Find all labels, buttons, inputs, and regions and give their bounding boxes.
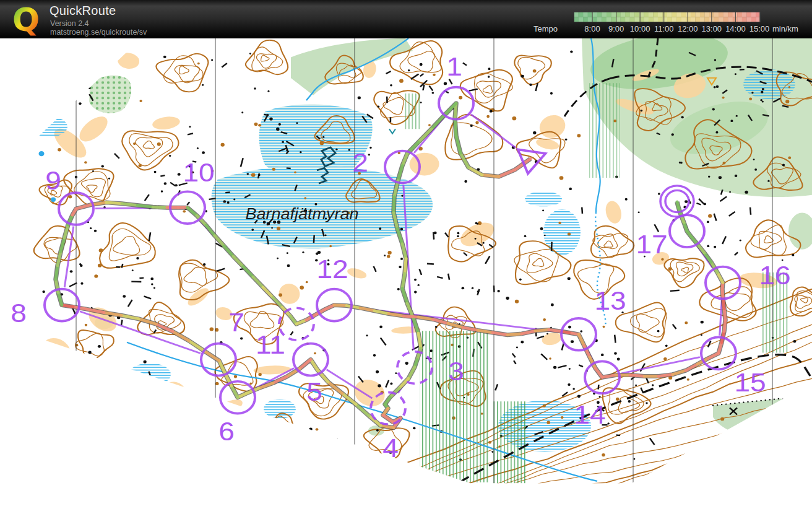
control-number-7: 7 — [228, 308, 244, 337]
control-number-6: 6 — [218, 417, 235, 446]
control-number-9: 9 — [45, 165, 61, 194]
map-viewport[interactable]: Barnafjätmyran1234567891011121314151617 — [0, 38, 812, 519]
control-number-15: 15 — [734, 368, 766, 397]
map-canvas[interactable]: Barnafjätmyran1234567891011121314151617 — [0, 38, 812, 519]
tempo-unit: min/km — [772, 24, 798, 33]
app-url: matstroeng.se/quickroute/sv — [50, 28, 147, 37]
quickroute-logo-icon: Q — [11, 2, 43, 37]
app-title: QuickRoute — [50, 4, 116, 18]
app-version: Version 2.4 — [50, 19, 89, 28]
control-number-10: 10 — [183, 157, 214, 186]
map-place-label: Barnafjätmyran — [245, 205, 358, 223]
control-number-14: 14 — [574, 400, 605, 429]
control-number-12: 12 — [316, 255, 348, 284]
svg-text:Q: Q — [12, 2, 40, 37]
control-number-8: 8 — [11, 298, 27, 327]
control-number-1: 1 — [446, 52, 462, 81]
quickroute-window: Q QuickRoute Version 2.4 matstroeng.se/q… — [0, 0, 812, 519]
control-number-11: 11 — [256, 330, 285, 359]
control-number-5: 5 — [306, 377, 322, 406]
control-number-3: 3 — [448, 357, 464, 386]
control-number-17: 17 — [636, 230, 667, 259]
header-bar: Q QuickRoute Version 2.4 matstroeng.se/q… — [0, 0, 812, 39]
control-number-13: 13 — [594, 286, 626, 315]
tempo-label: Tempo — [533, 24, 558, 33]
tempo-legend-gradient — [574, 12, 761, 22]
control-number-4: 4 — [382, 434, 399, 463]
control-number-2: 2 — [352, 147, 368, 177]
control-number-16: 16 — [759, 261, 790, 290]
